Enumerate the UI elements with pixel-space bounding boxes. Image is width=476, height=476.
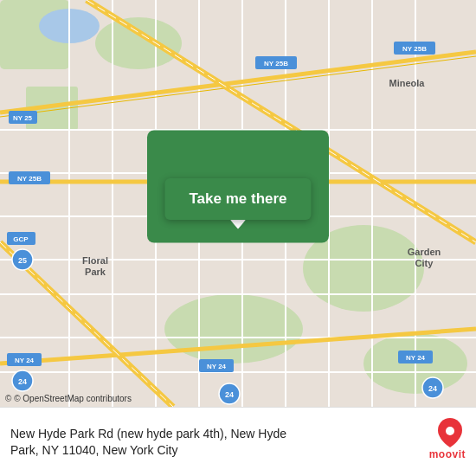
address-text: New Hyde Park Rd (new hyde park 4th), Ne… bbox=[10, 426, 466, 457]
svg-text:NY 25B: NY 25B bbox=[17, 175, 42, 183]
svg-text:25: 25 bbox=[18, 256, 27, 265]
moovit-logo: moovit bbox=[429, 417, 466, 460]
svg-text:GCP: GCP bbox=[13, 235, 29, 243]
osm-copyright: © © OpenStreetMap contributors bbox=[5, 394, 132, 403]
svg-point-2 bbox=[164, 294, 303, 363]
svg-text:24: 24 bbox=[428, 384, 437, 393]
take-me-there-button[interactable]: Take me there bbox=[164, 178, 311, 220]
osm-text: © OpenStreetMap contributors bbox=[14, 394, 132, 403]
svg-text:NY 24: NY 24 bbox=[15, 357, 35, 364]
svg-text:NY 24: NY 24 bbox=[406, 354, 426, 362]
svg-point-64 bbox=[446, 427, 454, 435]
svg-text:Floral: Floral bbox=[82, 255, 108, 266]
svg-text:NY 25B: NY 25B bbox=[402, 45, 427, 53]
svg-text:NY 25B: NY 25B bbox=[264, 60, 288, 68]
svg-text:24: 24 bbox=[225, 390, 234, 399]
address-line1: New Hyde Park Rd (new hyde park 4th), Ne… bbox=[10, 426, 466, 441]
moovit-icon bbox=[434, 417, 466, 448]
svg-text:Park: Park bbox=[85, 267, 106, 277]
svg-text:NY 25: NY 25 bbox=[13, 114, 33, 122]
svg-point-6 bbox=[95, 17, 182, 69]
address-line2: Park, NY 11040, New York City bbox=[10, 442, 466, 458]
moovit-text: moovit bbox=[429, 448, 466, 460]
map-container: NY 25B NY 25B NY 25B NY 25 GCP NY 24 NY … bbox=[0, 0, 476, 407]
svg-text:24: 24 bbox=[18, 377, 27, 386]
svg-text:City: City bbox=[415, 258, 434, 268]
svg-text:Mineola: Mineola bbox=[389, 78, 426, 88]
copyright-symbol: © bbox=[5, 394, 11, 403]
footer: New Hyde Park Rd (new hyde park 4th), Ne… bbox=[0, 407, 476, 476]
svg-text:NY 24: NY 24 bbox=[207, 363, 227, 370]
location-banner: Take me there bbox=[147, 131, 329, 243]
svg-text:Garden: Garden bbox=[408, 247, 441, 257]
